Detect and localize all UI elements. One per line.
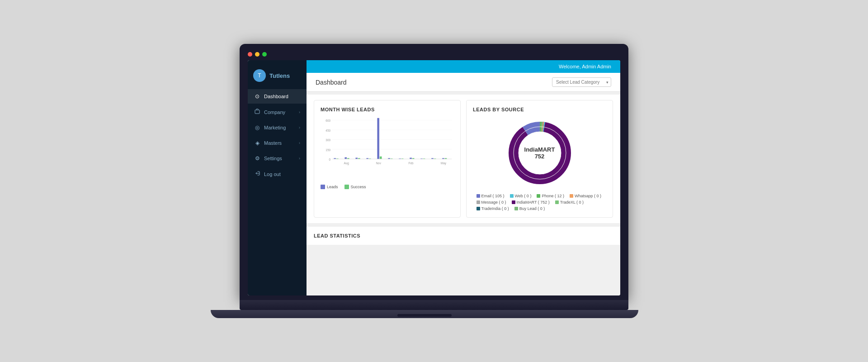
company-icon bbox=[254, 109, 260, 115]
maximize-button[interactable] bbox=[262, 52, 267, 57]
page-title: Dashboard bbox=[316, 79, 347, 86]
laptop-hinge bbox=[397, 314, 452, 317]
svg-text:0: 0 bbox=[329, 158, 331, 161]
sidebar-item-label: Dashboard bbox=[264, 94, 288, 99]
legend-web: Web ( 0 ) bbox=[510, 194, 532, 198]
month-wise-leads-card: MONTH WISE LEADS 600 450 300 150 0 bbox=[314, 100, 461, 218]
indiamart-color bbox=[512, 200, 515, 204]
leads-color bbox=[321, 185, 325, 189]
sidebar-item-company[interactable]: Company › bbox=[248, 105, 307, 119]
lead-statistics-title: LEAD STATISTICS bbox=[314, 233, 613, 238]
svg-text:Nov: Nov bbox=[376, 161, 381, 164]
legend-buylead: Buy Lead ( 0 ) bbox=[514, 206, 545, 211]
sidebar-item-dashboard[interactable]: ⊙ Dashboard bbox=[248, 89, 307, 104]
message-color bbox=[476, 200, 480, 204]
sidebar-item-logout[interactable]: Log out bbox=[248, 167, 307, 181]
legend-email: Email ( 105 ) bbox=[476, 194, 505, 198]
tradexl-color bbox=[555, 200, 559, 204]
legend-email-label: Email ( 105 ) bbox=[481, 194, 505, 198]
legend-phone: Phone ( 12 ) bbox=[537, 194, 564, 198]
laptop-bezel: T Tutlens ⊙ Dashboard Company › bbox=[240, 44, 628, 300]
close-button[interactable] bbox=[248, 52, 252, 57]
svg-rect-19 bbox=[377, 118, 379, 159]
legend-item-leads: Leads bbox=[321, 185, 338, 189]
svg-text:Feb: Feb bbox=[408, 161, 413, 164]
leads-by-source-card: LEADS BY SOURCE bbox=[466, 100, 613, 218]
legend-indiamart-label: IndiaMART ( 752 ) bbox=[517, 200, 550, 205]
legend-label-leads: Leads bbox=[327, 185, 338, 189]
leads-by-source-title: LEADS BY SOURCE bbox=[473, 107, 606, 112]
top-bar: Welcome, Admin Admin bbox=[307, 60, 620, 73]
lead-statistics-section: LEAD STATISTICS bbox=[307, 227, 620, 245]
chart-legend: Leads Success bbox=[321, 185, 454, 189]
logout-icon bbox=[254, 171, 260, 177]
svg-rect-17 bbox=[366, 158, 368, 159]
donut-center-value: 752 bbox=[524, 153, 555, 160]
settings-icon: ⚙ bbox=[254, 155, 260, 162]
chevron-icon: › bbox=[299, 156, 300, 161]
traffic-lights bbox=[248, 52, 620, 57]
svg-text:450: 450 bbox=[326, 129, 330, 132]
donut-area: IndiaMART 752 Email ( 105 ) bbox=[473, 117, 606, 211]
laptop-bottom bbox=[240, 300, 628, 310]
select-lead-category-wrapper[interactable]: Select Lead Category bbox=[552, 77, 611, 87]
phone-color bbox=[537, 194, 540, 198]
tradeindia-color bbox=[476, 207, 480, 210]
svg-rect-11 bbox=[334, 158, 336, 159]
svg-rect-15 bbox=[355, 158, 358, 159]
masters-icon: ◈ bbox=[254, 140, 260, 146]
legend-whatsapp: Whatsapp ( 0 ) bbox=[570, 194, 601, 198]
legend-tradexl-label: TradeXL ( 0 ) bbox=[560, 200, 584, 205]
svg-rect-26 bbox=[412, 158, 415, 159]
svg-rect-0 bbox=[255, 110, 259, 114]
dashboard-icon: ⊙ bbox=[254, 93, 260, 100]
svg-rect-25 bbox=[410, 158, 412, 159]
page-header: Dashboard Select Lead Category bbox=[307, 73, 620, 92]
chevron-icon: › bbox=[299, 125, 300, 130]
laptop-wrapper: T Tutlens ⊙ Dashboard Company › bbox=[240, 44, 628, 318]
svg-rect-21 bbox=[388, 158, 390, 159]
svg-rect-16 bbox=[358, 158, 360, 159]
svg-rect-20 bbox=[380, 157, 382, 159]
legend-whatsapp-label: Whatsapp ( 0 ) bbox=[575, 194, 601, 198]
buylead-color bbox=[514, 207, 518, 210]
legend-message: Message ( 0 ) bbox=[476, 200, 506, 205]
bar-chart-svg: 600 450 300 150 0 bbox=[321, 117, 454, 180]
donut-svg-wrapper: IndiaMART 752 bbox=[504, 117, 576, 189]
legend-indiamart: IndiaMART ( 752 ) bbox=[512, 200, 550, 205]
email-color bbox=[476, 194, 480, 198]
laptop-base bbox=[211, 310, 638, 318]
svg-text:150: 150 bbox=[326, 148, 330, 152]
svg-rect-31 bbox=[442, 158, 444, 159]
legend-item-success: Success bbox=[344, 185, 366, 189]
svg-text:Aug: Aug bbox=[344, 161, 349, 165]
chevron-icon: › bbox=[299, 141, 300, 145]
svg-rect-13 bbox=[344, 157, 347, 159]
logo-text: Tutlens bbox=[269, 72, 290, 79]
sidebar-item-label: Settings bbox=[264, 156, 282, 161]
svg-text:300: 300 bbox=[326, 138, 330, 142]
legend-web-label: Web ( 0 ) bbox=[515, 194, 532, 198]
donut-center-label: IndiaMART bbox=[524, 146, 555, 153]
legend-tradeindia-label: TradeIndia ( 0 ) bbox=[481, 206, 509, 211]
sidebar-item-masters[interactable]: ◈ Masters › bbox=[248, 136, 307, 150]
sidebar-item-settings[interactable]: ⚙ Settings › bbox=[248, 151, 307, 166]
minimize-button[interactable] bbox=[255, 52, 259, 57]
legend-tradexl: TradeXL ( 0 ) bbox=[555, 200, 584, 205]
welcome-text: Welcome, Admin Admin bbox=[559, 64, 611, 69]
chevron-icon: › bbox=[299, 110, 300, 114]
legend-tradeindia: TradeIndia ( 0 ) bbox=[476, 206, 509, 211]
web-color bbox=[510, 194, 514, 198]
legend-buylead-label: Buy Lead ( 0 ) bbox=[519, 206, 545, 211]
content-area: Dashboard Select Lead Category MONTH WIS… bbox=[307, 73, 620, 295]
select-lead-category[interactable]: Select Lead Category bbox=[552, 77, 611, 87]
month-wise-leads-title: MONTH WISE LEADS bbox=[321, 107, 454, 112]
sidebar-item-label: Marketing bbox=[264, 125, 286, 130]
sidebar: T Tutlens ⊙ Dashboard Company › bbox=[248, 60, 307, 295]
success-color bbox=[344, 185, 349, 189]
legend-message-label: Message ( 0 ) bbox=[481, 200, 506, 205]
svg-text:600: 600 bbox=[326, 119, 330, 122]
charts-row: MONTH WISE LEADS 600 450 300 150 0 bbox=[307, 95, 620, 223]
sidebar-item-marketing[interactable]: ◎ Marketing › bbox=[248, 120, 307, 135]
svg-rect-14 bbox=[347, 158, 349, 159]
